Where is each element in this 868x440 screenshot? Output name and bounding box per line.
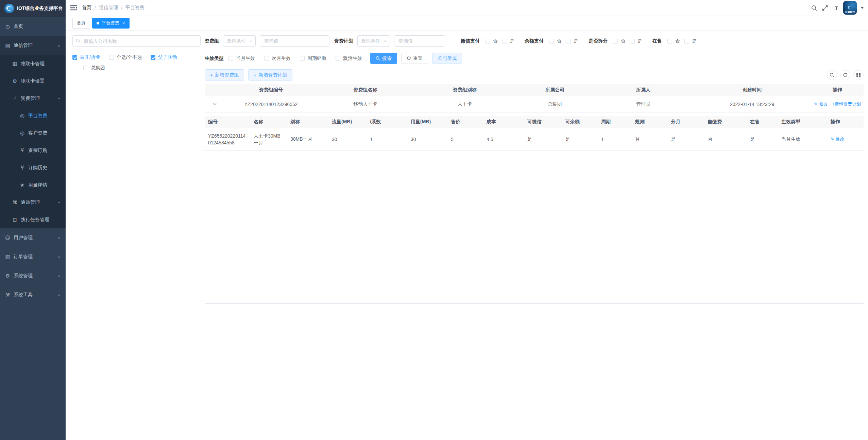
bar-chart-icon: ▥ (5, 254, 11, 260)
user-menu-caret-icon[interactable] (861, 7, 864, 9)
balance-pay-yes[interactable]: 是 (566, 38, 578, 44)
on-sale-no[interactable]: 否 (667, 38, 680, 44)
fullscreen-icon[interactable] (822, 5, 828, 11)
show-search-toggle-button[interactable] (827, 70, 837, 80)
sidebar-collapse-icon[interactable] (70, 5, 77, 11)
wechat-pay-no[interactable]: 否 (485, 38, 497, 44)
plan-wechat: 是 (524, 136, 562, 142)
company-search-input[interactable] (72, 35, 201, 47)
checkbox-checked-icon[interactable] (72, 55, 77, 60)
sidebar-item-system-tools[interactable]: ⚒ 系统工具 ∨ (0, 285, 66, 304)
wechat-pay-yes[interactable]: 是 (502, 38, 514, 44)
fee-group-no: YZ202201140123296552 (225, 102, 317, 107)
sidebar-item-platform-tariff[interactable]: ◎ 平台资费 (0, 107, 66, 124)
fee-plan-condition-select[interactable]: 查询条件 (357, 35, 390, 47)
avatar[interactable]: 云测科技 (843, 1, 857, 15)
tab-platform-tariff[interactable]: 平台资费 × (92, 18, 130, 29)
row-expand-icon[interactable] (213, 102, 217, 106)
checkbox-icon[interactable] (549, 39, 554, 43)
effect-on-activate[interactable]: 激活生效 (336, 55, 362, 61)
yen-icon: ¥ (19, 165, 25, 171)
sidebar-item-channel-mgmt[interactable]: ⌘ 通道管理 ∨ (0, 194, 66, 211)
plan-cycle: 1 (598, 137, 632, 142)
sidebar-item-tariff-order[interactable]: ¥ 资费订购 (0, 142, 66, 159)
toggle-expand-collapse[interactable]: 展开/折叠 (72, 54, 100, 60)
column-settings-button[interactable] (853, 70, 864, 80)
plus-icon: + (254, 72, 256, 78)
fee-plan-value-input[interactable] (394, 35, 445, 47)
split-yes[interactable]: 是 (630, 38, 642, 44)
checkbox-icon[interactable] (336, 56, 340, 61)
close-icon[interactable]: × (122, 21, 125, 25)
toggle-select-all[interactable]: 全选/全不选 (109, 54, 142, 60)
refresh-table-button[interactable] (840, 70, 850, 80)
sidebar-item-usage-detail[interactable]: ★ 用量详情 (0, 176, 66, 194)
sidebar-item-order-history[interactable]: ¥ 订购历史 (0, 159, 66, 176)
sidebar-item-customer-tariff[interactable]: ◎ 客户资费 (0, 124, 66, 142)
checkbox-icon[interactable] (300, 56, 305, 61)
checkbox-icon[interactable] (684, 39, 689, 43)
checkbox-icon[interactable] (228, 56, 233, 61)
sidebar-item-label: 订单管理 (14, 254, 33, 260)
sidebar-item-comm-mgmt[interactable]: ▤ 通信管理 ∧ (0, 36, 66, 55)
sidebar-item-iot-card-mgmt[interactable]: ▦ 物联卡管理 (0, 55, 66, 72)
sidebar-item-order-mgmt[interactable]: ▥ 订单管理 ∨ (0, 247, 66, 266)
topbar-actions: TT 云测科技 (811, 1, 864, 15)
effect-next-month[interactable]: 次月生效 (264, 55, 291, 61)
refresh-icon (843, 73, 848, 77)
on-sale-yes[interactable]: 是 (684, 38, 697, 44)
sidebar-item-home[interactable]: ◴ 首页 (0, 17, 66, 36)
edit-link[interactable]: ✎ 修改 (814, 101, 828, 107)
tab-home[interactable]: 首页 (72, 18, 90, 29)
checkbox-icon[interactable] (485, 39, 490, 43)
breadcrumb-home[interactable]: 首页 (82, 5, 91, 11)
sidebar-item-label: 执行任务管理 (21, 217, 49, 223)
search-button[interactable]: 搜索 (370, 53, 397, 64)
yen-icon: ¥ (19, 147, 25, 154)
add-fee-plan-button[interactable]: + 新增资费计划 (248, 69, 292, 81)
sidebar-item-tariff-mgmt[interactable]: ☝ 资费管理 ∧ (0, 90, 66, 107)
effect-type-label: 生效类型 (205, 55, 224, 61)
checkbox-icon[interactable] (613, 39, 618, 43)
table-toolbar: + 新增资费组 + 新增资费计划 (205, 69, 864, 81)
fee-group-label: 资费组 (205, 38, 219, 44)
plan-onsale: 是 (747, 136, 778, 142)
breadcrumb-comm-mgmt[interactable]: 通信管理 (99, 5, 118, 11)
company-belong-button[interactable]: 公司所属 (432, 53, 462, 64)
sidebar-item-system-mgmt[interactable]: ⚙ 系统管理 ∨ (0, 266, 66, 285)
checkbox-icon[interactable] (502, 39, 507, 43)
toggle-parent-child-link[interactable]: 父子联动 (151, 54, 177, 60)
add-plan-link[interactable]: +新增资费计划 (832, 101, 861, 107)
reset-button[interactable]: 重置 (401, 53, 428, 64)
hand-pointer-icon: ☝ (12, 95, 18, 102)
checkbox-icon[interactable] (109, 55, 114, 60)
shield-check-icon: ◎ (19, 130, 25, 136)
checkbox-icon[interactable] (630, 39, 635, 43)
checkbox-icon[interactable] (264, 56, 269, 61)
sidebar-item-task-mgmt[interactable]: ⊡ 执行任务管理 (0, 211, 66, 228)
edit-link[interactable]: ✎ 修改 (831, 137, 845, 142)
checkbox-checked-icon[interactable] (151, 55, 155, 60)
add-fee-group-button[interactable]: + 新增资费组 (205, 69, 244, 81)
checkbox-icon[interactable] (83, 66, 88, 70)
fee-plan-table: 编号 名称 别称 流量(MB) /系数 用量(MB) 售价 成本 可微信 可余额… (205, 116, 864, 151)
fee-group-condition-select[interactable]: 查询条件 (223, 35, 256, 47)
balance-pay-no[interactable]: 否 (549, 38, 561, 44)
checkbox-icon[interactable] (667, 39, 672, 43)
effect-cycle-extend[interactable]: 周期延顺 (300, 55, 326, 61)
sidebar-submenu-comm: ▦ 物联卡管理 ⚙ 物联卡设置 ☝ 资费管理 ∧ ◎ 平台资费 ◎ 客户资费 ¥ (0, 55, 66, 228)
sidebar-item-label: 通道管理 (21, 199, 40, 206)
font-size-icon[interactable]: TT (833, 5, 838, 11)
split-no[interactable]: 否 (613, 38, 625, 44)
sidebar-item-user-mgmt[interactable]: ☺ 用户管理 ∨ (0, 228, 66, 247)
split-filter: 是否拆分 否 是 (589, 38, 642, 44)
sidebar-item-iot-card-settings[interactable]: ⚙ 物联卡设置 (0, 72, 66, 90)
chevron-down-icon: ∨ (58, 294, 60, 296)
fee-group-value-input[interactable] (260, 35, 329, 47)
star-icon: ★ (19, 182, 25, 188)
tree-node-root[interactable]: 总集团 (72, 65, 201, 71)
sidebar-menu: ◴ 首页 ▤ 通信管理 ∧ ▦ 物联卡管理 ⚙ 物联卡设置 ☝ 资费管理 ∧ ◎ (0, 17, 66, 304)
checkbox-icon[interactable] (566, 39, 571, 43)
effect-current-month[interactable]: 当月生效 (228, 55, 255, 61)
search-icon[interactable] (811, 5, 817, 11)
